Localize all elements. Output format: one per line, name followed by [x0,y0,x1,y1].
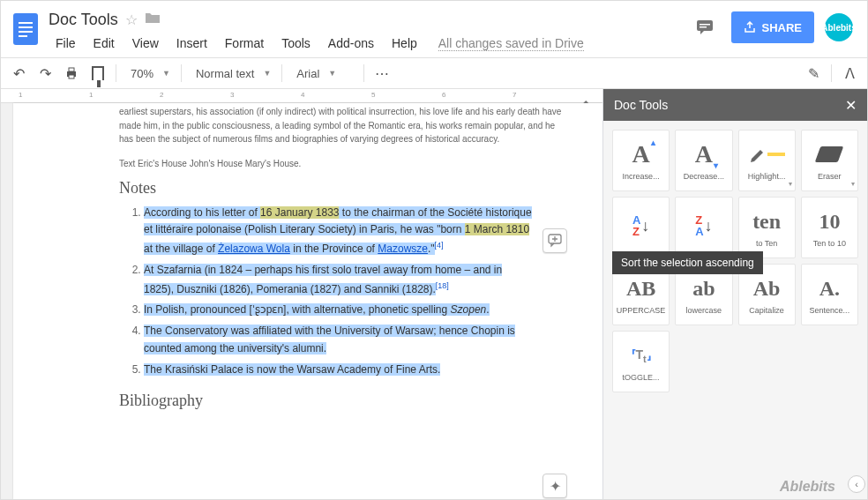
tool-glyph: AZ↓ [632,212,649,240]
tool-label: Highlight... [748,172,786,181]
tool-label: UPPERCASE [617,306,666,315]
tool-sentence[interactable]: A.Sentence... [801,264,858,325]
tool-label: Increase... [623,172,660,181]
svg-rect-4 [19,35,27,37]
redo-button[interactable]: ↷ [33,61,57,86]
menu-file[interactable]: File [49,33,83,54]
print-button[interactable] [59,61,84,86]
note-item[interactable]: In Polish, pronounced [ˈʂɔpɛn], with alt… [144,302,567,319]
note-item[interactable]: At Szafarnia (in 1824 – perhaps his firs… [144,262,567,299]
notes-heading[interactable]: Notes [119,179,567,198]
save-status[interactable]: All changes saved in Drive [438,36,584,51]
intro-paragraph[interactable]: earliest superstars, his association (if… [31,105,567,146]
tooltip: Sort the selection ascending [612,251,763,274]
chevron-left-icon[interactable]: ‹ [848,475,865,493]
brand-label: Ablebits [780,479,835,495]
svg-rect-9 [69,68,74,71]
svg-rect-2 [19,26,33,28]
note-item[interactable]: According to his letter of 16 January 18… [144,205,567,258]
tool-glyph: A▴ [632,140,650,168]
folder-icon[interactable] [145,11,161,27]
toolbar: ↶ ↷ 70%▼ Normal text▼ Arial▼ ⋯ ✎ ᐱ [1,57,867,89]
svg-rect-6 [700,24,710,26]
bibliography-heading[interactable]: Bibliography [119,392,567,410]
tool-glyph: AB [626,274,655,302]
svg-rect-0 [13,13,38,45]
tool-label: Decrease... [684,172,724,181]
tool-glyph: ZA↓ [695,212,712,240]
menu-tools[interactable]: Tools [274,33,318,54]
explore-button[interactable]: ✦ [542,474,567,498]
paint-format-button[interactable] [86,61,110,86]
tool-label: tOGGLE... [623,373,660,382]
tool-glyph: A. [819,274,840,302]
more-button[interactable]: ⋯ [370,61,394,86]
share-label: SHARE [761,21,802,34]
style-dropdown[interactable]: Normal text▼ [187,61,276,86]
svg-rect-1 [19,22,33,24]
note-item[interactable]: The Krasiński Palace is now the Warsaw A… [144,362,567,379]
menu-help[interactable]: Help [385,33,424,54]
star-icon[interactable]: ☆ [125,11,138,28]
tool-glyph: ab [692,274,715,302]
menu-insert[interactable]: Insert [169,33,214,54]
svg-rect-3 [19,31,33,33]
tool-sort-desc[interactable]: ZA↓ [675,197,732,258]
tool-ten-to-10[interactable]: 10Ten to 10 [801,197,858,258]
doc-tools-sidebar: Doc Tools ✕ Sort the selection ascending… [602,89,867,500]
font-dropdown[interactable]: Arial▼ [288,61,358,86]
tool-highlight[interactable]: Highlight... [738,130,796,191]
notes-list[interactable]: According to his letter of 16 January 18… [119,205,567,379]
tool-label: lowercase [686,306,722,315]
tool-glyph [748,140,785,168]
menu-add-ons[interactable]: Add-ons [321,33,381,54]
tool-glyph: Ab [753,274,781,302]
tool-glyph: 10 [819,207,840,235]
tool-label: Eraser [818,172,842,181]
tool-ten-to-ten[interactable]: tento Ten [738,197,796,258]
tool-glyph: A▾ [695,140,713,168]
note-item[interactable]: The Conservatory was affiliated with the… [144,323,567,358]
user-avatar[interactable]: Ablebits [825,13,853,41]
share-button[interactable]: SHARE [731,11,814,43]
sidebar-title: Doc Tools [614,98,668,112]
svg-rect-7 [700,26,707,28]
tool-sort-asc[interactable]: AZ↓ [612,197,670,258]
editing-mode-button[interactable]: ✎ [801,61,826,86]
tool-glyph: ten [752,207,781,235]
tool-label: Capitalize [749,306,784,315]
tool-eraser[interactable]: Eraser [801,130,858,191]
tool-increase[interactable]: A▴Increase... [612,130,670,191]
text-line[interactable]: Text Eric's House John's House Mary's Ho… [31,159,567,168]
tool-label: to Ten [756,239,777,248]
document-title[interactable]: Doc Tools [49,11,118,29]
menu-view[interactable]: View [125,33,166,54]
undo-button[interactable]: ↶ [6,61,31,86]
tool-label: Ten to 10 [813,239,846,248]
add-comment-button[interactable] [542,228,567,253]
collapse-toolbar-button[interactable]: ᐱ [837,61,862,86]
zoom-dropdown[interactable]: 70%▼ [122,61,176,86]
docs-app-icon[interactable] [8,8,43,50]
comments-icon[interactable] [689,11,721,43]
tool-label: Sentence... [810,306,850,315]
menu-edit[interactable]: Edit [86,33,122,54]
svg-rect-10 [69,75,74,78]
svg-rect-5 [697,20,713,31]
ruler[interactable]: 11234567 [1,89,602,103]
editor-area: 11234567 ⬥ earliest superstars, his asso… [1,89,602,500]
tool-decrease[interactable]: A▾Decrease... [675,130,732,191]
close-icon[interactable]: ✕ [845,97,857,114]
menu-format[interactable]: Format [218,33,271,54]
tool-glyph: ⸢Tt⸥ [632,341,651,369]
tool-toggle[interactable]: ⸢Tt⸥tOGGLE... [612,331,670,392]
tool-glyph [818,140,841,168]
